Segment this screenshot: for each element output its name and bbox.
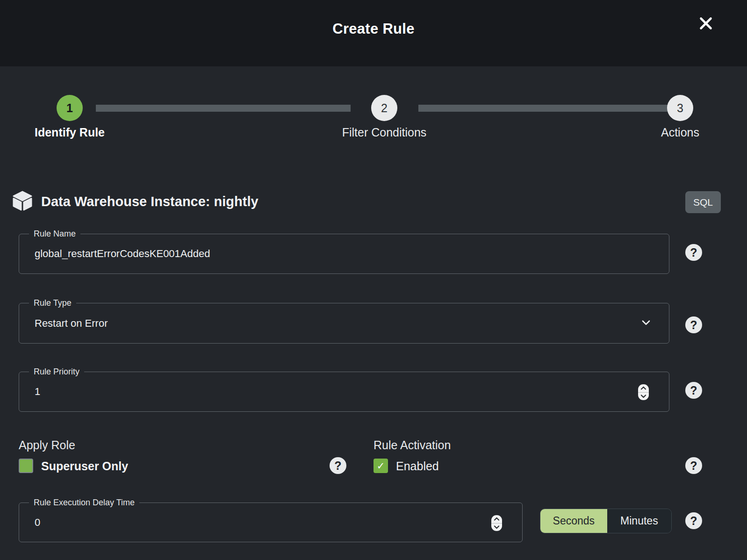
delay-time-stepper[interactable]: [491, 515, 502, 531]
check-icon: ✓: [377, 460, 385, 472]
delay-time-input[interactable]: [19, 503, 522, 542]
step-3-indicator[interactable]: 3: [667, 95, 693, 121]
modal-header: Create Rule: [0, 0, 747, 66]
stepper-up-icon[interactable]: [491, 515, 502, 523]
step-connector-2: [418, 105, 668, 112]
step-3-label: Actions: [587, 126, 747, 139]
apply-role-checkbox[interactable]: [19, 459, 33, 473]
delay-unit-toggle: Seconds Minutes: [540, 509, 672, 533]
rule-name-help-button[interactable]: ?: [685, 244, 702, 261]
rule-priority-stepper[interactable]: [638, 384, 649, 400]
rule-type-help-button[interactable]: ?: [685, 316, 702, 333]
rule-type-value: Restart on Error: [35, 303, 108, 343]
rule-activation-label: Rule Activation: [374, 438, 451, 452]
create-rule-modal: Create Rule 1 2 3 Identify Rule Filter C…: [0, 0, 747, 560]
modal-title: Create Rule: [0, 21, 747, 37]
cube-icon: [11, 190, 34, 214]
sql-button[interactable]: SQL: [685, 191, 721, 213]
rule-name-field: Rule Name: [19, 234, 669, 274]
unit-seconds-button[interactable]: Seconds: [540, 509, 607, 533]
rule-priority-help-button[interactable]: ?: [685, 382, 702, 399]
close-button[interactable]: [694, 12, 718, 35]
delay-time-help-button[interactable]: ?: [685, 512, 702, 529]
apply-role-label: Apply Role: [19, 438, 75, 452]
apply-role-option-label: Superuser Only: [41, 459, 128, 473]
unit-minutes-button[interactable]: Minutes: [607, 509, 671, 533]
apply-role-help-button[interactable]: ?: [330, 457, 346, 474]
step-2-label: Filter Conditions: [291, 126, 478, 139]
rule-priority-field: Rule Priority: [19, 372, 669, 412]
instance-heading: Data Warehouse Instance: nightly: [41, 194, 259, 209]
step-1-label: Identify Rule: [0, 126, 163, 139]
chevron-down-icon: [640, 316, 652, 330]
rule-activation-help-button[interactable]: ?: [685, 457, 702, 474]
stepper-up-icon[interactable]: [638, 384, 649, 392]
delay-time-field: Rule Execution Delay Time: [19, 503, 523, 542]
step-2-indicator[interactable]: 2: [371, 95, 397, 121]
step-1-indicator[interactable]: 1: [57, 95, 83, 121]
rule-activation-option-label: Enabled: [396, 459, 439, 473]
rule-type-select[interactable]: Rule Type Restart on Error: [19, 303, 669, 344]
rule-activation-checkbox[interactable]: ✓: [374, 459, 388, 473]
rule-name-input[interactable]: [19, 234, 669, 273]
close-icon: [697, 15, 714, 32]
rule-priority-input[interactable]: [19, 372, 669, 411]
step-connector-1: [96, 105, 351, 112]
